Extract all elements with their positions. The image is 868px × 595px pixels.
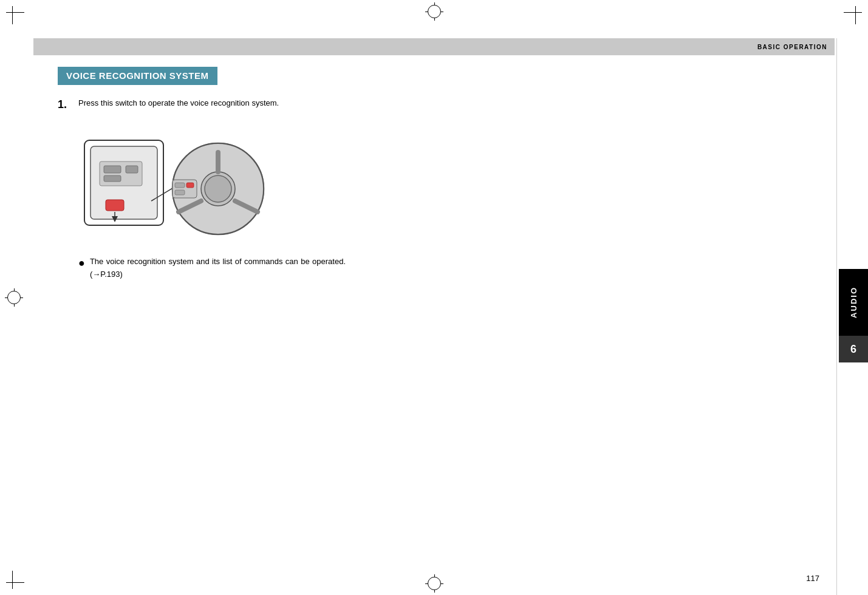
- chapter-number: 6: [850, 343, 856, 356]
- right-sidebar: AUDIO 6: [836, 38, 868, 595]
- svg-point-17: [205, 175, 231, 202]
- header-label: BASIC OPERATION: [757, 44, 827, 50]
- corner-mark-tr: [838, 6, 862, 30]
- audio-label: AUDIO: [849, 287, 858, 318]
- diagram-area: [78, 122, 273, 243]
- diagram-svg: [78, 122, 273, 243]
- bullet1-text: The voice recognition system and its lis…: [90, 256, 346, 281]
- bullet-dot: ●: [78, 256, 85, 271]
- svg-rect-19: [175, 183, 185, 188]
- section-title-box: VOICE RECOGNITION SYSTEM: [58, 67, 217, 85]
- audio-tab: AUDIO: [839, 269, 868, 336]
- chapter-number-box: 6: [839, 336, 868, 362]
- bullet1-container: ● The voice recognition system and its l…: [78, 256, 346, 281]
- svg-rect-18: [173, 180, 197, 198]
- svg-rect-3: [104, 166, 121, 173]
- header-bar: BASIC OPERATION: [33, 38, 835, 55]
- left-center-cross: [5, 288, 23, 307]
- corner-mark-tl: [6, 6, 30, 30]
- bottom-center-cross: [425, 574, 443, 593]
- svg-rect-21: [186, 183, 194, 188]
- top-center-cross: [425, 2, 443, 21]
- main-content: VOICE RECOGNITION SYSTEM 1. Press this s…: [58, 67, 825, 559]
- svg-rect-20: [175, 190, 185, 195]
- section-title: VOICE RECOGNITION SYSTEM: [66, 70, 209, 81]
- svg-rect-8: [106, 200, 124, 211]
- step1-number: 1.: [58, 97, 72, 112]
- page-number: 117: [806, 574, 819, 583]
- step1-container: 1. Press this switch to operate the voic…: [58, 97, 825, 112]
- svg-rect-2: [100, 162, 142, 186]
- svg-rect-5: [104, 175, 121, 182]
- corner-mark-bl: [6, 565, 30, 589]
- step1-text: Press this switch to operate the voice r…: [78, 97, 279, 110]
- svg-rect-4: [126, 166, 138, 173]
